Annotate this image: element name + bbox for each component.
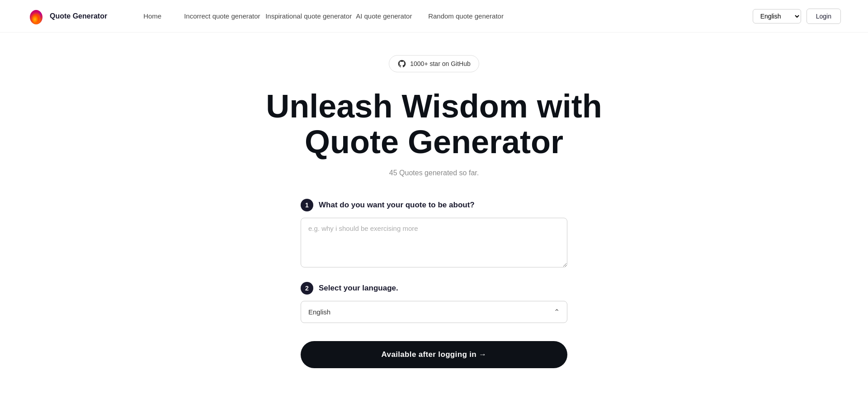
logo[interactable]: Quote Generator: [27, 7, 107, 25]
nav-ai-quote[interactable]: AI quote generator: [356, 12, 406, 21]
svg-point-1: [32, 14, 39, 23]
logo-icon: [27, 7, 45, 25]
step1-label: 1 What do you want your quote to be abou…: [301, 199, 567, 211]
language-selected-value: English: [308, 308, 330, 316]
step2-text: Select your language.: [319, 284, 398, 293]
form-step-1: 1 What do you want your quote to be abou…: [301, 199, 567, 267]
step2-badge: 2: [301, 282, 313, 295]
generate-button[interactable]: Available after logging in →: [301, 341, 567, 368]
main-content: 1000+ star on GitHub Unleash Wisdom with…: [0, 33, 868, 395]
hero-subtitle: 45 Quotes generated so far.: [389, 169, 479, 177]
login-button[interactable]: Login: [807, 9, 841, 24]
step1-text: What do you want your quote to be about?: [319, 201, 475, 210]
form-step-2: 2 Select your language. English ⌃: [301, 282, 567, 323]
nav-inspirational-quote[interactable]: Inspirational quote generator: [265, 12, 333, 21]
quote-form: 1 What do you want your quote to be abou…: [301, 199, 567, 368]
step1-badge: 1: [301, 199, 313, 211]
step2-label: 2 Select your language.: [301, 282, 567, 295]
header-actions: English Spanish French German Japanese L…: [753, 9, 841, 24]
main-nav: Home Incorrect quote generator Inspirati…: [143, 12, 753, 21]
github-badge-label: 1000+ star on GitHub: [410, 60, 470, 67]
logo-text: Quote Generator: [50, 12, 107, 20]
language-selector[interactable]: English Spanish French German Japanese: [753, 9, 801, 23]
quote-topic-input[interactable]: [301, 218, 567, 267]
nav-home[interactable]: Home: [143, 12, 161, 21]
nav-incorrect-quote[interactable]: Incorrect quote generator: [184, 12, 243, 21]
hero-title: Unleash Wisdom with Quote Generator: [253, 89, 615, 160]
language-select-container: English ⌃: [301, 301, 567, 323]
github-icon: [397, 59, 406, 68]
github-badge[interactable]: 1000+ star on GitHub: [389, 55, 479, 72]
chevron-up-icon: ⌃: [554, 308, 560, 316]
language-dropdown[interactable]: English ⌃: [301, 301, 567, 323]
nav-random-quote[interactable]: Random quote generator: [428, 12, 487, 21]
